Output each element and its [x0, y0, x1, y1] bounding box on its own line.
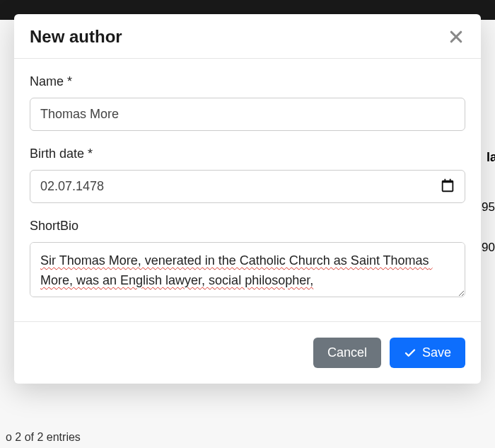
close-button[interactable]	[447, 28, 465, 46]
birth-date-field: Birth date *	[30, 147, 465, 203]
save-button-label: Save	[422, 345, 451, 360]
cancel-button[interactable]: Cancel	[313, 338, 381, 368]
modal-header: New author	[14, 14, 481, 59]
short-bio-textarea[interactable]	[30, 242, 465, 297]
check-icon	[404, 347, 417, 360]
modal-footer: Cancel Save	[14, 321, 481, 384]
new-author-modal: New author Name * Birth date *	[14, 14, 481, 384]
modal-body: Name * Birth date * ShortBio	[14, 59, 481, 321]
birth-date-input[interactable]	[30, 170, 465, 203]
name-field: Name *	[30, 74, 465, 131]
short-bio-label: ShortBio	[30, 219, 465, 234]
cancel-button-label: Cancel	[327, 345, 367, 360]
name-input[interactable]	[30, 98, 465, 131]
birth-date-label: Birth date *	[30, 147, 465, 161]
close-icon	[450, 30, 462, 43]
modal-title: New author	[30, 27, 122, 47]
short-bio-field: ShortBio	[30, 219, 465, 300]
name-label: Name *	[30, 74, 465, 89]
save-button[interactable]: Save	[390, 338, 465, 368]
